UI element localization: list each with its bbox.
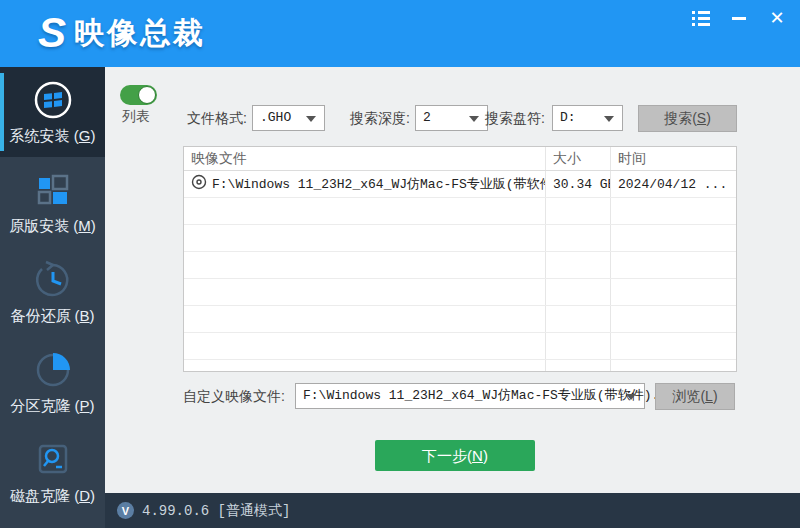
cell-image-file <box>184 279 546 305</box>
table-row-empty[interactable] <box>184 360 736 372</box>
minimize-icon[interactable] <box>728 8 750 28</box>
custom-image-select[interactable]: F:\Windows 11_23H2_x64_WJ仿Mac-FS专业版(带软件)… <box>295 383 645 409</box>
logo-s-icon: S <box>38 12 66 54</box>
window-controls: ✕ <box>690 8 788 28</box>
table-row[interactable]: F:\Windows 11_23H2_x64_WJ仿Mac-FS专业版(带软件)… <box>184 171 736 198</box>
sidebar-item-label: 分区克隆 (P) <box>10 397 94 416</box>
cell-size <box>546 360 611 372</box>
cell-time <box>611 360 736 372</box>
cell-size <box>546 198 611 224</box>
table-row-empty[interactable] <box>184 225 736 252</box>
app-title: 映像总裁 <box>74 13 206 54</box>
search-depth-select[interactable]: 2 <box>415 105 488 131</box>
chevron-down-icon <box>604 116 614 122</box>
cell-size <box>546 306 611 332</box>
cell-size: 30.34 GB <box>546 171 611 197</box>
image-file-table[interactable]: 映像文件 大小 时间 F:\Windows 11_23H2_x64_WJ仿Mac… <box>183 146 737 372</box>
custom-image-label: 自定义映像文件: <box>183 383 285 410</box>
list-toggle-label: 列表 <box>122 108 150 126</box>
sidebar-item-label: 备份还原 (B) <box>10 307 94 326</box>
sidebar-item-label: 系统安装 (G) <box>10 127 96 146</box>
cell-image-file <box>184 198 546 224</box>
search-depth-value: 2 <box>423 106 431 130</box>
cell-time <box>611 198 736 224</box>
search-drive-select[interactable]: D: <box>552 105 623 131</box>
history-clock-icon <box>32 259 74 301</box>
sidebar-item-label: 磁盘克隆 (D) <box>10 487 95 506</box>
next-step-button[interactable]: 下一步(N) <box>375 440 535 471</box>
titlebar: S 映像总裁 ✕ <box>0 0 800 67</box>
header-size[interactable]: 大小 <box>546 147 611 170</box>
version-text: 4.99.0.6 [普通模式] <box>142 502 290 520</box>
table-row-empty[interactable] <box>184 198 736 225</box>
search-button[interactable]: 搜索(S) <box>638 105 737 132</box>
windows-squares-icon <box>32 169 74 211</box>
list-toggle[interactable] <box>120 85 157 105</box>
file-format-label: 文件格式: <box>187 105 247 132</box>
sidebar-item-m[interactable]: 原版安装 (M) <box>0 157 105 247</box>
sidebar-item-d[interactable]: 磁盘克隆 (D) <box>0 427 105 517</box>
cell-size <box>546 279 611 305</box>
statusbar: V 4.99.0.6 [普通模式] <box>105 493 800 528</box>
close-icon[interactable]: ✕ <box>766 8 788 28</box>
table-row-empty[interactable] <box>184 306 736 333</box>
windows-circle-icon <box>32 79 74 121</box>
sidebar-item-b[interactable]: 备份还原 (B) <box>0 247 105 337</box>
cell-time: 2024/04/12 ... <box>611 171 736 197</box>
cell-size <box>546 252 611 278</box>
cell-size <box>546 333 611 359</box>
cell-image-file <box>184 360 546 372</box>
cell-image-file <box>184 225 546 251</box>
disk-search-icon <box>32 439 74 481</box>
version-badge-icon: V <box>117 502 134 519</box>
header-image-file[interactable]: 映像文件 <box>184 147 546 170</box>
cell-time <box>611 279 736 305</box>
table-row-empty[interactable] <box>184 279 736 306</box>
cell-time <box>611 333 736 359</box>
pie-chart-icon <box>32 349 74 391</box>
disc-icon <box>191 174 207 194</box>
browse-button[interactable]: 浏览(L) <box>655 383 735 410</box>
cell-image-file <box>184 333 546 359</box>
main-panel: 列表 文件格式: .GHO 搜索深度: 2 搜索盘符: D: 搜索(S) 映像文… <box>105 67 800 493</box>
toggle-knob <box>138 86 156 104</box>
sidebar-nav: 系统安装 (G)原版安装 (M)备份还原 (B)分区克隆 (P)磁盘克隆 (D) <box>0 67 105 528</box>
sidebar-item-label: 原版安装 (M) <box>9 217 96 236</box>
chevron-down-icon <box>469 116 479 122</box>
chevron-down-icon <box>626 394 636 400</box>
file-format-select[interactable]: .GHO <box>252 105 325 131</box>
file-format-value: .GHO <box>260 106 291 130</box>
search-drive-label: 搜索盘符: <box>485 105 545 132</box>
cell-image-file <box>184 252 546 278</box>
cell-time <box>611 306 736 332</box>
sidebar-item-p[interactable]: 分区克隆 (P) <box>0 337 105 427</box>
cell-image-file <box>184 306 546 332</box>
app-logo: S 映像总裁 <box>38 12 206 54</box>
menu-icon[interactable] <box>690 8 712 28</box>
chevron-down-icon <box>306 116 316 122</box>
cell-time <box>611 252 736 278</box>
cell-time <box>611 225 736 251</box>
table-row-empty[interactable] <box>184 333 736 360</box>
header-time[interactable]: 时间 <box>611 147 736 170</box>
search-drive-value: D: <box>560 106 576 130</box>
cell-size <box>546 225 611 251</box>
app-window: S 映像总裁 ✕ 系统安装 (G)原版安装 (M)备份还原 (B)分区克隆 (P… <box>0 0 800 528</box>
table-body: F:\Windows 11_23H2_x64_WJ仿Mac-FS专业版(带软件)… <box>184 171 736 372</box>
sidebar-item-g[interactable]: 系统安装 (G) <box>0 67 105 157</box>
search-depth-label: 搜索深度: <box>350 105 410 132</box>
table-header-row: 映像文件 大小 时间 <box>184 147 736 171</box>
table-row-empty[interactable] <box>184 252 736 279</box>
cell-image-file: F:\Windows 11_23H2_x64_WJ仿Mac-FS专业版(带软件)… <box>184 171 546 197</box>
